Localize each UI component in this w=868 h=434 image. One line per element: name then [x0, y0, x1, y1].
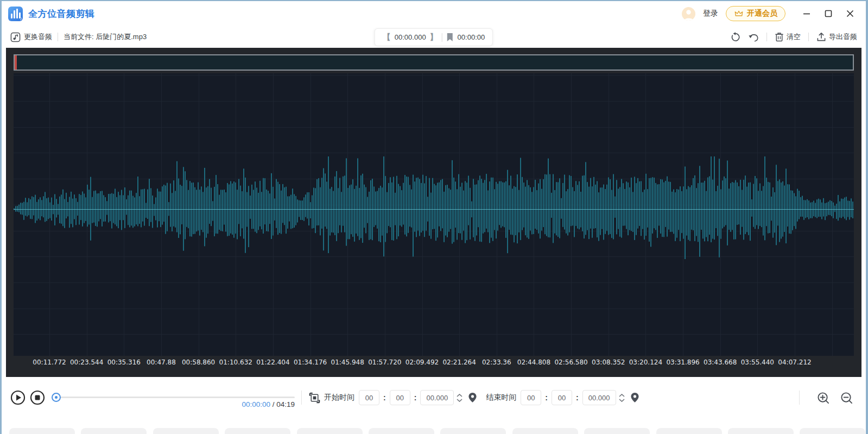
time-separator: / [270, 400, 276, 408]
function-card[interactable] [584, 428, 650, 434]
time-axis-label: 01:57.720 [368, 358, 401, 366]
function-card[interactable] [153, 428, 219, 434]
zoom-controls [793, 391, 853, 405]
bracket-right: 】 [430, 32, 438, 42]
window-controls [799, 5, 858, 22]
chevron-down-icon [457, 399, 462, 402]
time-axis-label: 02:56.580 [554, 358, 587, 366]
waveform-canvas[interactable] [14, 73, 854, 356]
app-identity: ♪ 全方位音频剪辑 [8, 7, 95, 21]
play-button[interactable] [10, 390, 26, 405]
clear-button[interactable]: 清空 [775, 32, 801, 42]
function-card[interactable] [9, 428, 75, 434]
time-axis-label: 00:58.860 [182, 358, 215, 366]
function-card[interactable] [297, 428, 363, 434]
chevron-up-icon [619, 394, 625, 397]
redo-button[interactable] [730, 32, 740, 42]
function-card[interactable] [225, 428, 290, 434]
change-audio-button[interactable]: 更换音频 [10, 32, 52, 42]
play-icon [10, 390, 26, 405]
current-file-label: 当前文件: 后陡门的夏.mp3 [64, 32, 147, 42]
start-time-stepper[interactable] [457, 394, 462, 402]
bracket-left: 【 [383, 32, 391, 42]
function-card[interactable] [369, 428, 434, 434]
function-card[interactable] [728, 428, 794, 434]
mark-start-button[interactable] [468, 392, 477, 403]
maximize-button[interactable] [820, 5, 837, 22]
progress-thumb[interactable] [52, 393, 61, 402]
function-card[interactable] [800, 428, 865, 434]
function-card[interactable] [656, 428, 722, 434]
transport-bar: 00:00:00 / 04:19 开始时间 : : 结束时间 : : [2, 377, 866, 418]
end-seconds-input[interactable] [552, 390, 572, 405]
waveform-panel: 00:11.77200:23.54400:35.31600:47.8800:58… [6, 48, 861, 377]
time-axis-label: 02:09.492 [406, 358, 439, 366]
waveform-minimap[interactable] [14, 54, 854, 71]
end-ms-input[interactable] [582, 390, 616, 405]
zoom-in-button[interactable] [817, 392, 829, 404]
app-title: 全方位音频剪辑 [28, 8, 95, 20]
location-pin-icon [468, 392, 477, 403]
end-time-stepper[interactable] [619, 394, 625, 402]
end-minutes-input[interactable] [521, 390, 541, 405]
zoom-in-icon [817, 392, 829, 404]
time-axis-label: 02:33.36 [482, 358, 511, 366]
mark-end-button[interactable] [630, 392, 639, 403]
time-axis-label: 00:35.316 [107, 358, 141, 366]
change-audio-label: 更换音频 [24, 32, 52, 42]
chevron-up-icon [457, 394, 462, 397]
start-ms-input[interactable] [420, 390, 454, 405]
file-toolbar-left: 更换音频 当前文件: 后陡门的夏.mp3 [10, 32, 147, 42]
divider [799, 391, 800, 405]
vip-button[interactable]: 开通会员 [726, 6, 785, 21]
divider [301, 391, 302, 405]
end-time-label: 结束时间 [486, 393, 516, 402]
location-pin-icon [630, 392, 639, 403]
time-axis-label: 03:08.352 [592, 358, 625, 366]
time-axis-label: 03:55.440 [741, 358, 774, 366]
minimize-button[interactable] [799, 5, 815, 22]
zoom-out-button[interactable] [840, 392, 853, 404]
time-axis-label: 02:21.264 [442, 358, 476, 366]
minimap-cursor[interactable] [15, 55, 17, 70]
time-axis-label: 01:45.948 [331, 358, 364, 366]
start-minutes-input[interactable] [359, 390, 379, 405]
stop-button[interactable] [30, 390, 45, 405]
colon: : [383, 393, 386, 402]
time-axis-label: 01:10.632 [219, 358, 252, 366]
time-axis-label: 01:34.176 [294, 358, 327, 366]
start-time-label: 开始时间 [324, 393, 354, 402]
bottom-function-cards [2, 418, 866, 434]
login-button[interactable]: 登录 [703, 9, 718, 18]
chevron-down-icon [619, 399, 625, 402]
progress-track[interactable] [53, 397, 295, 398]
time-axis-label: 04:07.212 [778, 358, 811, 366]
colon: : [576, 393, 579, 402]
marker-time: 00:00:00 [458, 33, 485, 41]
user-avatar[interactable] [682, 7, 695, 21]
audio-file-icon [10, 32, 21, 42]
titlebar-actions: 登录 开通会员 [682, 5, 858, 22]
time-axis-label: 01:22.404 [256, 358, 289, 366]
close-button[interactable] [842, 5, 858, 22]
export-icon [816, 32, 826, 42]
time-axis-label: 03:31.896 [666, 358, 699, 366]
function-card[interactable] [512, 428, 578, 434]
function-card[interactable] [81, 428, 147, 434]
divider [442, 33, 442, 42]
music-note-glyph: ♪ [20, 16, 23, 21]
function-card[interactable] [440, 428, 506, 434]
stop-icon [30, 390, 45, 405]
progress-slider: 00:00:00 / 04:19 [52, 385, 295, 410]
close-icon [846, 10, 854, 17]
crown-icon [734, 9, 744, 18]
redo-icon [730, 32, 740, 42]
undo-button[interactable] [748, 32, 759, 42]
vip-label: 开通会员 [747, 9, 777, 18]
time-axis-label: 03:43.668 [704, 358, 737, 366]
start-seconds-input[interactable] [390, 390, 410, 405]
selection-time-box: 【 00:00.000 】 00:00:00 [375, 28, 493, 46]
export-audio-button[interactable]: 导出音频 [816, 32, 857, 42]
zoom-out-icon [840, 392, 853, 404]
time-axis-label: 03:20.124 [629, 358, 662, 366]
